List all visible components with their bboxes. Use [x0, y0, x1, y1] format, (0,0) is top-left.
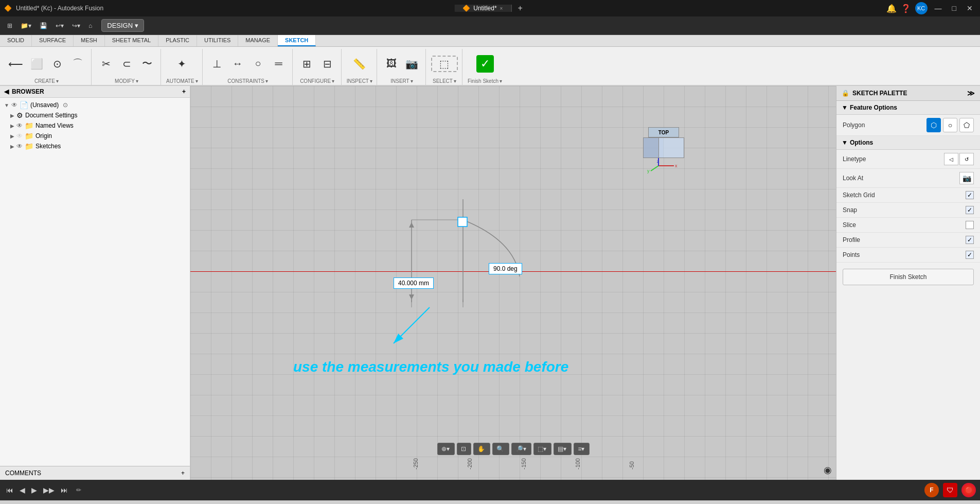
comments-bar: COMMENTS +: [0, 466, 190, 480]
tree-item-origin[interactable]: ▶ 👁 📁 Origin: [0, 131, 190, 141]
close-btn[interactable]: ✕: [964, 4, 976, 12]
tab-manage[interactable]: MANAGE: [238, 35, 278, 46]
env-btn[interactable]: ≡▾: [573, 443, 589, 455]
options-header[interactable]: ▼ Options: [836, 136, 980, 150]
viewport-controls: ⊕▾ ⊡ ✋ 🔍 🔎▾ ⬚▾ ▤▾ ≡▾: [437, 443, 589, 455]
insert-items: 🖼 📷: [382, 50, 421, 77]
zoom-fit-btn[interactable]: 🔍: [492, 443, 509, 455]
user-avatar[interactable]: KC: [915, 2, 928, 14]
polygon-inscribed-btn[interactable]: ⬡: [926, 118, 941, 132]
select-btn[interactable]: ⬚: [431, 56, 458, 72]
sketch-grid-checkbox[interactable]: ✓: [966, 191, 974, 199]
offset-btn[interactable]: ⊂: [117, 57, 136, 71]
timeline-start-btn[interactable]: ⏮: [4, 485, 15, 495]
move-btn[interactable]: ⊕▾: [437, 443, 454, 455]
visibility-icon-named-views[interactable]: 👁: [16, 122, 23, 129]
automate-btn[interactable]: ✦: [169, 57, 195, 71]
perpendicular-btn[interactable]: ⊥: [208, 57, 226, 71]
display-btn[interactable]: ⬚▾: [533, 443, 551, 455]
grid-display-btn[interactable]: ▤▾: [553, 443, 571, 455]
line-btn[interactable]: ⟵: [6, 57, 25, 71]
nav-cube-front[interactable]: [658, 137, 684, 158]
save-btn[interactable]: 💾: [37, 20, 50, 31]
notification-icon[interactable]: 🔔: [886, 4, 897, 13]
profile-checkbox[interactable]: ✓: [966, 236, 974, 244]
tree-item-named-views[interactable]: ▶ 👁 📁 Named Views: [0, 120, 190, 131]
design-dropdown[interactable]: DESIGN ▾: [101, 19, 144, 32]
tab-solid[interactable]: SOLID: [0, 35, 32, 46]
nav-cube[interactable]: TOP x y z: [643, 127, 684, 168]
svg-rect-3: [458, 217, 467, 227]
tab-close-btn[interactable]: ×: [500, 6, 503, 11]
palette-expand-btn[interactable]: ≫: [967, 89, 975, 97]
browser-collapse-btn[interactable]: ◀: [4, 88, 9, 95]
table-btn[interactable]: ⊟: [318, 57, 337, 71]
axis-label-50: -50: [629, 461, 635, 470]
circle-btn[interactable]: ⊙: [48, 57, 66, 71]
tab-plastic[interactable]: PLASTIC: [158, 35, 197, 46]
tree-item-sketches[interactable]: ▶ 👁 📁 Sketches: [0, 141, 190, 151]
linetype-dashed-btn[interactable]: ↺: [959, 153, 974, 165]
pan-btn[interactable]: ✋: [473, 443, 490, 455]
polygon-edge-btn[interactable]: ⬠: [959, 118, 974, 132]
home-btn[interactable]: ⌂: [85, 20, 95, 31]
finish-sketch-bottom-btn[interactable]: Finish Sketch: [843, 269, 974, 285]
grid-settings-btn[interactable]: ⊞: [298, 57, 316, 71]
timeline-next-btn[interactable]: ▶▶: [41, 485, 57, 495]
palette-lock-icon: 🔒: [842, 90, 849, 97]
maximize-btn[interactable]: □: [949, 4, 959, 12]
visibility-icon-root[interactable]: 👁: [11, 101, 17, 109]
camera-btn[interactable]: ⊡: [456, 443, 471, 455]
arc-btn[interactable]: ⌒: [68, 56, 87, 72]
points-checkbox[interactable]: ✓: [966, 251, 974, 259]
visibility-icon-sketches[interactable]: 👁: [16, 143, 23, 150]
timeline-sketch-marker[interactable]: ✏: [76, 486, 81, 494]
look-at-btn[interactable]: 📷: [959, 172, 974, 184]
viewport[interactable]: 40.000 mm 90.0 deg use the measurements …: [190, 86, 836, 480]
comments-add-btn[interactable]: +: [181, 470, 185, 477]
parallel-btn[interactable]: ○: [249, 57, 268, 71]
rect-icon: ⬜: [30, 58, 43, 70]
trim-btn[interactable]: ✂: [97, 57, 115, 71]
browser-add-btn[interactable]: +: [182, 88, 186, 95]
file-btn[interactable]: 📁▾: [17, 20, 34, 31]
nav-cube-top[interactable]: TOP: [648, 127, 679, 137]
tab-sketch[interactable]: SKETCH: [278, 35, 316, 46]
slice-checkbox[interactable]: [966, 221, 974, 229]
tab-utilities[interactable]: UTILITIES: [197, 35, 238, 46]
tree-item-doc-settings[interactable]: ▶ ⚙ Document Settings: [0, 110, 190, 120]
timeline-end-btn[interactable]: ⏭: [59, 485, 70, 495]
timeline-prev-btn[interactable]: ◀: [17, 485, 27, 495]
polygon-circumscribed-btn[interactable]: ○: [943, 118, 957, 132]
minimize-btn[interactable]: —: [932, 4, 945, 12]
insert-image-btn[interactable]: 🖼: [382, 57, 401, 71]
snap-checkbox[interactable]: ✓: [966, 206, 974, 214]
active-tab[interactable]: 🔶 Untitled* ×: [454, 5, 511, 12]
measure-btn[interactable]: 📏: [350, 57, 369, 71]
finish-sketch-btn[interactable]: ✓: [476, 55, 494, 73]
timeline-play-btn[interactable]: ▶: [29, 485, 39, 495]
dim-btn[interactable]: ↔: [228, 57, 247, 71]
insert-dxf-btn[interactable]: 📷: [403, 57, 421, 71]
redo-btn[interactable]: ↪▾: [69, 20, 83, 31]
perp-icon: ⊥: [212, 58, 221, 70]
feature-options-header[interactable]: ▼ Feature Options: [836, 101, 980, 115]
visibility-icon-origin[interactable]: 👁: [16, 132, 23, 140]
tree-label-sketches: Sketches: [35, 143, 61, 150]
grid-btn[interactable]: ⊞: [4, 20, 15, 31]
new-tab-btn[interactable]: +: [514, 4, 525, 13]
dim-icon: ↔: [233, 58, 243, 69]
dimension-40mm[interactable]: 40.000 mm: [394, 277, 434, 289]
tab-sheet-metal[interactable]: SHEET METAL: [105, 35, 158, 46]
dimension-90deg[interactable]: 90.0 deg: [489, 263, 522, 274]
tab-surface[interactable]: SURFACE: [32, 35, 74, 46]
tree-item-root[interactable]: ▼ 👁 📄 (Unsaved) ⊙: [0, 100, 190, 110]
equal-btn[interactable]: ═: [270, 57, 288, 71]
undo-btn[interactable]: ↩▾: [52, 20, 67, 31]
rect-btn[interactable]: ⬜: [27, 57, 46, 71]
help-icon[interactable]: ❓: [901, 4, 911, 13]
spline-btn[interactable]: 〜: [138, 56, 156, 72]
zoom-btn[interactable]: 🔎▾: [511, 443, 531, 455]
linetype-solid-btn[interactable]: ◁: [944, 153, 958, 165]
tab-mesh[interactable]: MESH: [74, 35, 105, 46]
